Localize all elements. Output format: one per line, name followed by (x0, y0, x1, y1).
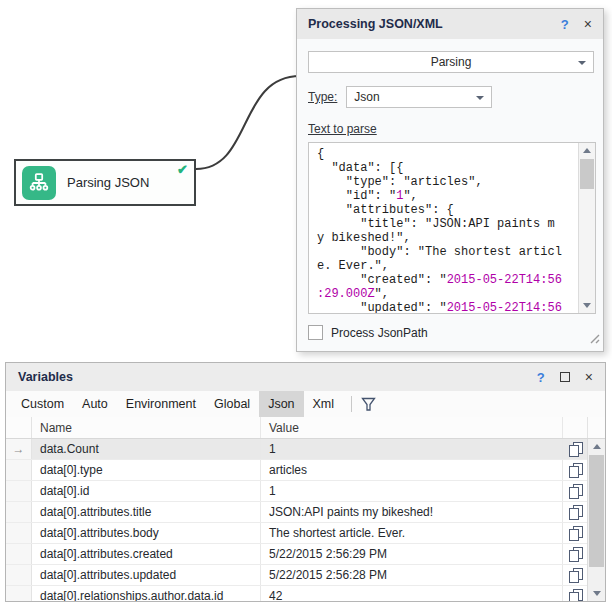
json-code[interactable]: { "data": [{ "type": "articles", "id": "… (309, 143, 578, 313)
type-dropdown[interactable]: Json (346, 86, 492, 108)
operation-dropdown[interactable]: Parsing (308, 51, 594, 73)
copy-column-header (562, 417, 587, 438)
copy-icon[interactable] (569, 442, 582, 456)
row-indicator (6, 544, 32, 564)
variable-value[interactable]: articles (261, 460, 562, 480)
row-indicator: → (6, 439, 32, 459)
filter-icon[interactable] (361, 397, 376, 412)
panel-title: Processing JSON/XML (308, 17, 443, 31)
copy-icon[interactable] (569, 463, 582, 477)
variable-name[interactable]: data[0].attributes.body (32, 523, 261, 543)
table-header: Name Value (6, 417, 605, 439)
copy-icon[interactable] (569, 526, 582, 540)
table-row[interactable]: data[0].attributes.created 5/22/2015 2:5… (6, 544, 587, 565)
node-label: Parsing JSON (67, 175, 149, 190)
tab-json[interactable]: Json (259, 391, 303, 417)
variable-name[interactable]: data.Count (32, 439, 261, 459)
copy-cell[interactable] (562, 502, 587, 522)
variables-title: Variables (18, 370, 73, 384)
name-column-header[interactable]: Name (32, 417, 261, 438)
chevron-down-icon (476, 96, 484, 100)
variable-name[interactable]: data[0].type (32, 460, 261, 480)
variable-value[interactable]: 5/22/2015 2:56:28 PM (261, 565, 562, 585)
copy-icon[interactable] (569, 505, 582, 519)
copy-cell[interactable] (562, 523, 587, 543)
node-parsing-json[interactable]: Parsing JSON ✔ (14, 159, 196, 206)
variable-name[interactable]: data[0].attributes.updated (32, 565, 261, 585)
table-row[interactable]: data[0].relationships.author.data.id 42 (6, 586, 587, 601)
resize-grip[interactable] (589, 330, 600, 348)
processing-panel-header: Processing JSON/XML ? × (297, 9, 603, 39)
sitemap-icon (22, 166, 56, 200)
variables-table: Name Value → data.Count 1 data[0].type a… (6, 417, 605, 601)
copy-icon[interactable] (569, 568, 582, 582)
editor-scrollbar[interactable] (578, 143, 595, 313)
copy-cell[interactable] (562, 544, 587, 564)
copy-cell[interactable] (562, 586, 587, 601)
variable-name[interactable]: data[0].id (32, 481, 261, 501)
processing-panel: Processing JSON/XML ? × Parsing Type: Js… (296, 8, 604, 352)
row-indicator (6, 586, 32, 601)
tab-global[interactable]: Global (205, 391, 259, 417)
value-column-header[interactable]: Value (261, 417, 562, 438)
table-row[interactable]: data[0].id 1 (6, 481, 587, 502)
tab-auto[interactable]: Auto (73, 391, 117, 417)
tab-environment[interactable]: Environment (117, 391, 205, 417)
table-row[interactable]: data[0].attributes.title JSON:API paints… (6, 502, 587, 523)
variables-panel: Variables ? × CustomAutoEnvironmentGloba… (5, 362, 606, 602)
close-icon[interactable]: × (585, 370, 593, 384)
variables-panel-header: Variables ? × (6, 363, 605, 391)
copy-icon[interactable] (569, 589, 582, 601)
variable-value[interactable]: 1 (261, 481, 562, 501)
table-row[interactable]: data[0].attributes.updated 5/22/2015 2:5… (6, 565, 587, 586)
indicator-column-header (6, 417, 32, 438)
row-indicator (6, 481, 32, 501)
table-row[interactable]: data[0].attributes.body The shortest art… (6, 523, 587, 544)
copy-icon[interactable] (569, 484, 582, 498)
table-row[interactable]: data[0].type articles (6, 460, 587, 481)
text-to-parse-editor[interactable]: { "data": [{ "type": "articles", "id": "… (308, 142, 596, 314)
close-icon[interactable]: × (584, 17, 592, 31)
help-icon[interactable]: ? (537, 370, 545, 385)
scrollbar-spacer (587, 417, 605, 438)
copy-cell[interactable] (562, 439, 587, 459)
row-indicator (6, 502, 32, 522)
table-row[interactable]: → data.Count 1 (6, 439, 587, 460)
scrollbar-thumb[interactable] (580, 159, 594, 189)
variables-tabsbar: CustomAutoEnvironmentGlobalJsonXml (6, 391, 605, 417)
scroll-up-icon[interactable] (588, 439, 605, 454)
copy-icon[interactable] (569, 547, 582, 561)
copy-cell[interactable] (562, 481, 587, 501)
variable-value[interactable]: JSON:API paints my bikeshed! (261, 502, 562, 522)
variable-name[interactable]: data[0].relationships.author.data.id (32, 586, 261, 601)
row-indicator (6, 460, 32, 480)
variable-name[interactable]: data[0].attributes.title (32, 502, 261, 522)
scroll-down-icon[interactable] (588, 586, 605, 601)
scrollbar-thumb[interactable] (589, 455, 604, 567)
variable-value[interactable]: The shortest article. Ever. (261, 523, 562, 543)
workflow-designer: Parsing JSON ✔ Processing JSON/XML ? × P… (0, 0, 612, 612)
copy-cell[interactable] (562, 460, 587, 480)
scroll-down-icon[interactable] (579, 298, 595, 313)
variable-name[interactable]: data[0].attributes.created (32, 544, 261, 564)
variable-value[interactable]: 42 (261, 586, 562, 601)
scroll-up-icon[interactable] (579, 143, 595, 158)
variable-value[interactable]: 1 (261, 439, 562, 459)
process-jsonpath-checkbox[interactable] (308, 325, 323, 340)
checkmark-icon: ✔ (177, 162, 188, 177)
tab-xml[interactable]: Xml (304, 391, 344, 417)
process-jsonpath-label: Process JsonPath (331, 326, 428, 340)
type-dropdown-value: Json (354, 90, 379, 104)
copy-cell[interactable] (562, 565, 587, 585)
variables-tabs: CustomAutoEnvironmentGlobalJsonXml (12, 391, 343, 417)
tab-custom[interactable]: Custom (12, 391, 73, 417)
row-indicator (6, 523, 32, 543)
operation-dropdown-value: Parsing (431, 55, 472, 69)
table-body: → data.Count 1 data[0].type articles dat… (6, 439, 587, 601)
type-label: Type: (308, 90, 337, 104)
text-to-parse-label: Text to parse (308, 122, 377, 136)
maximize-icon[interactable] (560, 372, 570, 382)
help-icon[interactable]: ? (561, 17, 569, 32)
table-scrollbar[interactable] (587, 439, 605, 601)
variable-value[interactable]: 5/22/2015 2:56:29 PM (261, 544, 562, 564)
